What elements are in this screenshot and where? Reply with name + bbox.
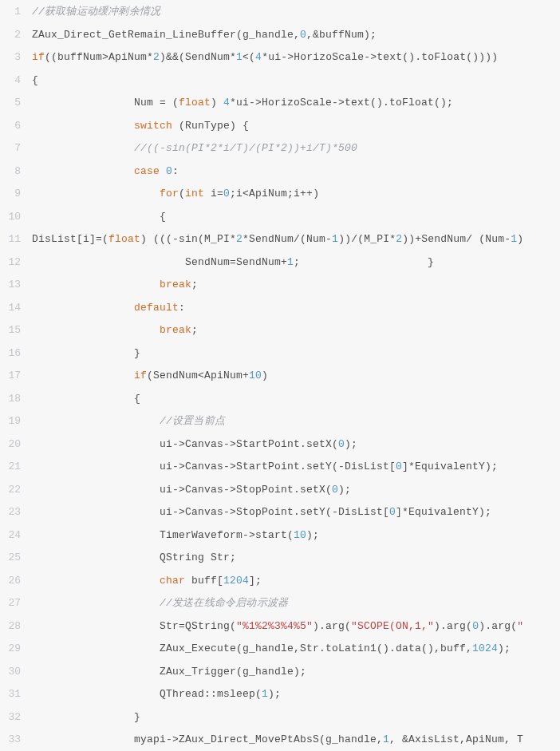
line-number: 22	[0, 479, 32, 502]
code-content: myapi->ZAux_Direct_MovePtAbsS(g_handle,1…	[32, 729, 560, 751]
line-number: 5	[0, 92, 32, 115]
line-number: 21	[0, 456, 32, 479]
code-line: 4{	[0, 69, 560, 93]
code-line: 6 switch (RunType) {	[0, 115, 560, 138]
code-content: QString Str;	[32, 547, 560, 570]
code-line: 16 }	[0, 342, 560, 366]
code-content: ui->Canvas->StopPoint.setY(-DisList[0]*E…	[32, 501, 560, 524]
line-number: 24	[0, 524, 32, 547]
line-number: 12	[0, 251, 32, 275]
code-content: //获取轴运动缓冲剩余情况	[32, 1, 560, 24]
code-line: 23 ui->Canvas->StopPoint.setY(-DisList[0…	[0, 501, 560, 524]
code-content: }	[32, 342, 560, 366]
line-number: 23	[0, 501, 32, 524]
line-number: 27	[0, 592, 32, 615]
line-number: 2	[0, 24, 32, 47]
line-number: 19	[0, 410, 32, 433]
line-number: 4	[0, 69, 32, 93]
line-number: 3	[0, 46, 32, 69]
line-number: 32	[0, 706, 32, 729]
code-line: 5 Num = (float) 4*ui->HorizoScale->text(…	[0, 92, 560, 115]
line-number: 30	[0, 661, 32, 684]
code-line: 9 for(int i=0;i<ApiNum;i++)	[0, 183, 560, 206]
line-number: 13	[0, 274, 32, 297]
code-line: 22 ui->Canvas->StopPoint.setX(0);	[0, 479, 560, 502]
code-content: }	[32, 706, 560, 729]
code-line: 8 case 0:	[0, 160, 560, 184]
code-line: 10 {	[0, 206, 560, 229]
code-content: //((-sin(PI*2*i/T)/(PI*2))+i/T)*500	[32, 137, 560, 160]
line-number: 20	[0, 433, 32, 457]
code-line: 26 char buff[1204];	[0, 570, 560, 593]
code-content: break;	[32, 274, 560, 297]
line-number: 33	[0, 729, 32, 751]
code-line: 17 if(SendNum<ApiNum+10)	[0, 365, 560, 388]
code-content: //发送在线命令启动示波器	[32, 592, 560, 615]
code-content: for(int i=0;i<ApiNum;i++)	[32, 183, 560, 206]
line-number: 15	[0, 319, 32, 342]
code-content: char buff[1204];	[32, 570, 560, 593]
code-content: default:	[32, 297, 560, 320]
code-content: case 0:	[32, 160, 560, 184]
line-number: 17	[0, 365, 32, 388]
line-number: 31	[0, 683, 32, 706]
line-number: 16	[0, 342, 32, 366]
code-content: DisList[i]=(float) (((-sin(M_PI*2*SendNu…	[32, 228, 560, 251]
code-content: if((buffNum>ApiNum*2)&&(SendNum*1<(4*ui-…	[32, 46, 560, 69]
code-line: 1//获取轴运动缓冲剩余情况	[0, 1, 560, 24]
line-number: 28	[0, 615, 32, 638]
code-line: 2ZAux_Direct_GetRemain_LineBuffer(g_hand…	[0, 24, 560, 47]
line-number: 6	[0, 115, 32, 138]
code-line: 31 QThread::msleep(1);	[0, 683, 560, 706]
code-line: 20 ui->Canvas->StartPoint.setX(0);	[0, 433, 560, 457]
code-line: 21 ui->Canvas->StartPoint.setY(-DisList[…	[0, 456, 560, 479]
code-line: 3if((buffNum>ApiNum*2)&&(SendNum*1<(4*ui…	[0, 46, 560, 69]
code-content: ZAux_Execute(g_handle,Str.toLatin1().dat…	[32, 638, 560, 661]
line-number: 8	[0, 160, 32, 184]
code-line: 29 ZAux_Execute(g_handle,Str.toLatin1().…	[0, 638, 560, 661]
code-content: ZAux_Direct_GetRemain_LineBuffer(g_handl…	[32, 24, 560, 47]
code-content: TimerWaveform->start(10);	[32, 524, 560, 547]
code-content: break;	[32, 319, 560, 342]
line-number: 10	[0, 206, 32, 229]
code-content: //设置当前点	[32, 410, 560, 433]
code-content: ui->Canvas->StartPoint.setY(-DisList[0]*…	[32, 456, 560, 479]
code-content: ui->Canvas->StartPoint.setX(0);	[32, 433, 560, 457]
code-content: SendNum=SendNum+1; }	[32, 251, 560, 275]
code-content: QThread::msleep(1);	[32, 683, 560, 706]
code-line: 18 {	[0, 388, 560, 411]
code-line: 33 myapi->ZAux_Direct_MovePtAbsS(g_handl…	[0, 729, 560, 751]
line-number: 29	[0, 638, 32, 661]
code-line: 28 Str=QString("%1%2%3%4%5").arg("SCOPE(…	[0, 615, 560, 638]
code-content: switch (RunType) {	[32, 115, 560, 138]
code-line: 25 QString Str;	[0, 547, 560, 570]
code-content: ui->Canvas->StopPoint.setX(0);	[32, 479, 560, 502]
code-line: 15 break;	[0, 319, 560, 342]
line-number: 1	[0, 1, 32, 24]
line-number: 25	[0, 547, 32, 570]
line-number: 14	[0, 297, 32, 320]
code-line: 19 //设置当前点	[0, 410, 560, 433]
line-number: 26	[0, 570, 32, 593]
code-block: 1//获取轴运动缓冲剩余情况2ZAux_Direct_GetRemain_Lin…	[0, 0, 560, 751]
code-line: 32 }	[0, 706, 560, 729]
line-number: 7	[0, 137, 32, 160]
code-content: if(SendNum<ApiNum+10)	[32, 365, 560, 388]
code-line: 24 TimerWaveform->start(10);	[0, 524, 560, 547]
code-content: {	[32, 206, 560, 229]
code-line: 27 //发送在线命令启动示波器	[0, 592, 560, 615]
code-line: 7 //((-sin(PI*2*i/T)/(PI*2))+i/T)*500	[0, 137, 560, 160]
code-content: {	[32, 69, 560, 93]
line-number: 18	[0, 388, 32, 411]
code-content: {	[32, 388, 560, 411]
code-line: 30 ZAux_Trigger(g_handle);	[0, 661, 560, 684]
code-line: 12 SendNum=SendNum+1; }	[0, 251, 560, 275]
code-content: ZAux_Trigger(g_handle);	[32, 661, 560, 684]
line-number: 9	[0, 183, 32, 206]
code-line: 13 break;	[0, 274, 560, 297]
code-line: 14 default:	[0, 297, 560, 320]
code-content: Num = (float) 4*ui->HorizoScale->text().…	[32, 92, 560, 115]
line-number: 11	[0, 228, 32, 251]
code-line: 11DisList[i]=(float) (((-sin(M_PI*2*Send…	[0, 228, 560, 251]
code-content: Str=QString("%1%2%3%4%5").arg("SCOPE(ON,…	[32, 615, 560, 638]
